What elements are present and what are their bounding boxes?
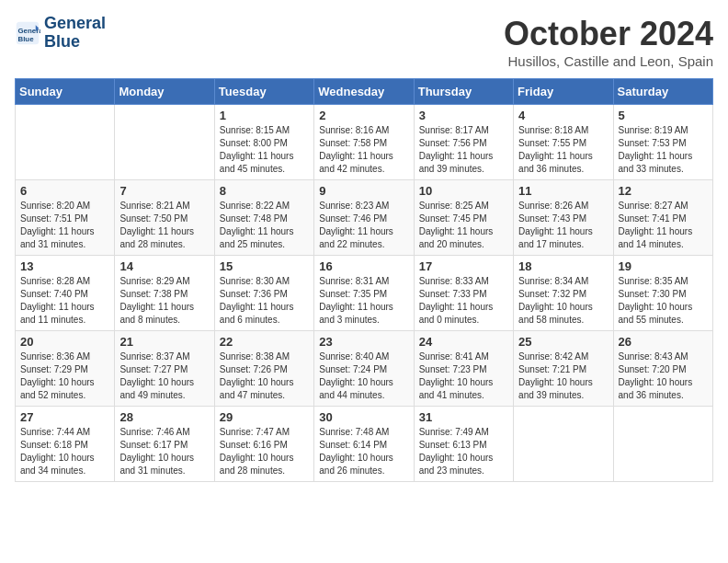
day-info: Sunrise: 8:42 AM Sunset: 7:21 PM Dayligh… [518,350,608,402]
day-info: Sunrise: 7:46 AM Sunset: 6:17 PM Dayligh… [119,426,209,477]
day-number: 19 [619,259,708,273]
calendar-cell: 15Sunrise: 8:30 AM Sunset: 7:36 PM Dayli… [214,256,313,331]
day-info: Sunrise: 7:49 AM Sunset: 6:13 PM Dayligh… [419,426,508,477]
calendar-cell [115,105,214,180]
day-number: 21 [119,335,209,349]
day-number: 24 [419,335,508,349]
day-number: 28 [119,410,209,424]
day-number: 3 [419,109,508,122]
day-info: Sunrise: 8:15 AM Sunset: 8:00 PM Dayligh… [220,124,309,176]
calendar-cell: 17Sunrise: 8:33 AM Sunset: 7:33 PM Dayli… [414,256,513,331]
calendar-cell: 10Sunrise: 8:25 AM Sunset: 7:45 PM Dayli… [414,180,513,256]
weekday-header-saturday: Saturday [613,79,712,105]
calendar-cell: 29Sunrise: 7:47 AM Sunset: 6:16 PM Dayli… [214,407,313,482]
calendar-cell: 20Sunrise: 8:36 AM Sunset: 7:29 PM Dayli… [16,331,115,407]
weekday-header-thursday: Thursday [414,79,513,105]
calendar-cell: 14Sunrise: 8:29 AM Sunset: 7:38 PM Dayli… [115,256,214,331]
day-number: 1 [220,109,309,122]
day-number: 13 [20,259,109,273]
day-info: Sunrise: 8:40 AM Sunset: 7:24 PM Dayligh… [319,350,408,402]
day-number: 2 [319,109,408,122]
title-area: October 2024 Husillos, Castille and Leon… [504,15,713,69]
week-row-3: 13Sunrise: 8:28 AM Sunset: 7:40 PM Dayli… [16,256,713,331]
calendar-cell: 7Sunrise: 8:21 AM Sunset: 7:50 PM Daylig… [115,180,214,256]
calendar-cell: 23Sunrise: 8:40 AM Sunset: 7:24 PM Dayli… [314,331,414,407]
logo-text-line2: Blue [44,33,106,52]
day-info: Sunrise: 8:27 AM Sunset: 7:41 PM Dayligh… [619,200,708,251]
logo-text-line1: General [44,15,106,33]
day-number: 8 [220,184,309,198]
day-info: Sunrise: 8:33 AM Sunset: 7:33 PM Dayligh… [419,275,508,327]
day-info: Sunrise: 8:19 AM Sunset: 7:53 PM Dayligh… [619,124,708,176]
month-title: October 2024 [504,15,713,53]
calendar-cell: 12Sunrise: 8:27 AM Sunset: 7:41 PM Dayli… [613,180,712,256]
day-number: 20 [20,335,109,349]
logo: General Blue General Blue [15,15,106,52]
calendar-table: SundayMondayTuesdayWednesdayThursdayFrid… [15,78,713,482]
weekday-header-tuesday: Tuesday [214,79,313,105]
calendar-cell: 6Sunrise: 8:20 AM Sunset: 7:51 PM Daylig… [16,180,115,256]
day-number: 4 [518,109,608,122]
weekday-header-row: SundayMondayTuesdayWednesdayThursdayFrid… [16,79,713,105]
weekday-header-monday: Monday [115,79,214,105]
calendar-cell: 2Sunrise: 8:16 AM Sunset: 7:58 PM Daylig… [314,105,414,180]
day-info: Sunrise: 8:36 AM Sunset: 7:29 PM Dayligh… [20,350,109,402]
day-number: 23 [319,335,408,349]
day-info: Sunrise: 8:22 AM Sunset: 7:48 PM Dayligh… [220,200,309,251]
day-info: Sunrise: 7:44 AM Sunset: 6:18 PM Dayligh… [20,426,109,477]
day-number: 11 [518,184,608,198]
day-number: 26 [619,335,708,349]
day-number: 25 [518,335,608,349]
calendar-cell: 9Sunrise: 8:23 AM Sunset: 7:46 PM Daylig… [314,180,414,256]
day-number: 10 [419,184,508,198]
day-info: Sunrise: 8:28 AM Sunset: 7:40 PM Dayligh… [20,275,109,327]
location-title: Husillos, Castille and Leon, Spain [504,53,713,69]
day-number: 9 [319,184,408,198]
calendar-cell: 8Sunrise: 8:22 AM Sunset: 7:48 PM Daylig… [214,180,313,256]
calendar-cell: 21Sunrise: 8:37 AM Sunset: 7:27 PM Dayli… [115,331,214,407]
calendar-cell: 4Sunrise: 8:18 AM Sunset: 7:55 PM Daylig… [514,105,613,180]
calendar-cell: 19Sunrise: 8:35 AM Sunset: 7:30 PM Dayli… [613,256,712,331]
day-number: 29 [220,410,309,424]
calendar-cell: 3Sunrise: 8:17 AM Sunset: 7:56 PM Daylig… [414,105,513,180]
calendar-cell: 27Sunrise: 7:44 AM Sunset: 6:18 PM Dayli… [16,407,115,482]
day-number: 15 [220,259,309,273]
calendar-cell: 30Sunrise: 7:48 AM Sunset: 6:14 PM Dayli… [314,407,414,482]
day-info: Sunrise: 8:21 AM Sunset: 7:50 PM Dayligh… [119,200,209,251]
week-row-4: 20Sunrise: 8:36 AM Sunset: 7:29 PM Dayli… [16,331,713,407]
day-number: 6 [20,184,109,198]
svg-text:Blue: Blue [18,35,35,43]
calendar-cell: 13Sunrise: 8:28 AM Sunset: 7:40 PM Dayli… [16,256,115,331]
day-info: Sunrise: 7:47 AM Sunset: 6:16 PM Dayligh… [220,426,309,477]
calendar-cell [514,407,613,482]
day-info: Sunrise: 8:26 AM Sunset: 7:43 PM Dayligh… [518,200,608,251]
day-number: 16 [319,259,408,273]
calendar-cell: 28Sunrise: 7:46 AM Sunset: 6:17 PM Dayli… [115,407,214,482]
day-number: 18 [518,259,608,273]
day-number: 14 [119,259,209,273]
calendar-cell: 1Sunrise: 8:15 AM Sunset: 8:00 PM Daylig… [214,105,313,180]
day-info: Sunrise: 8:35 AM Sunset: 7:30 PM Dayligh… [619,275,708,327]
day-info: Sunrise: 8:41 AM Sunset: 7:23 PM Dayligh… [419,350,508,402]
page-header: General Blue General Blue October 2024 H… [15,15,713,69]
weekday-header-wednesday: Wednesday [314,79,414,105]
day-info: Sunrise: 8:17 AM Sunset: 7:56 PM Dayligh… [419,124,508,176]
day-number: 7 [119,184,209,198]
day-number: 22 [220,335,309,349]
week-row-5: 27Sunrise: 7:44 AM Sunset: 6:18 PM Dayli… [16,407,713,482]
calendar-cell: 24Sunrise: 8:41 AM Sunset: 7:23 PM Dayli… [414,331,513,407]
calendar-cell: 11Sunrise: 8:26 AM Sunset: 7:43 PM Dayli… [514,180,613,256]
day-info: Sunrise: 8:20 AM Sunset: 7:51 PM Dayligh… [20,200,109,251]
calendar-cell: 31Sunrise: 7:49 AM Sunset: 6:13 PM Dayli… [414,407,513,482]
calendar-cell: 5Sunrise: 8:19 AM Sunset: 7:53 PM Daylig… [613,105,712,180]
day-number: 30 [319,410,408,424]
day-info: Sunrise: 8:38 AM Sunset: 7:26 PM Dayligh… [220,350,309,402]
day-info: Sunrise: 8:23 AM Sunset: 7:46 PM Dayligh… [319,200,408,251]
weekday-header-friday: Friday [514,79,613,105]
calendar-cell: 16Sunrise: 8:31 AM Sunset: 7:35 PM Dayli… [314,256,414,331]
calendar-cell: 26Sunrise: 8:43 AM Sunset: 7:20 PM Dayli… [613,331,712,407]
day-info: Sunrise: 8:43 AM Sunset: 7:20 PM Dayligh… [619,350,708,402]
calendar-cell [613,407,712,482]
week-row-1: 1Sunrise: 8:15 AM Sunset: 8:00 PM Daylig… [16,105,713,180]
day-number: 31 [419,410,508,424]
